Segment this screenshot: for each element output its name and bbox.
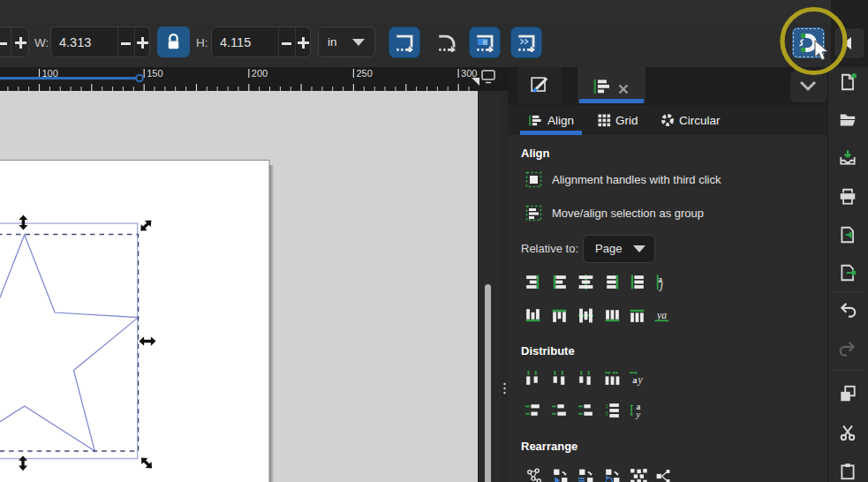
svg-text:ya: ya <box>656 309 667 320</box>
svg-text:200: 200 <box>252 68 268 79</box>
svg-text:250: 250 <box>356 68 372 79</box>
svg-text:y: y <box>635 409 640 418</box>
svg-text:y: y <box>638 374 644 386</box>
svg-text:a: a <box>632 375 638 385</box>
svg-text:300: 300 <box>461 68 477 79</box>
svg-text:150: 150 <box>147 68 162 79</box>
